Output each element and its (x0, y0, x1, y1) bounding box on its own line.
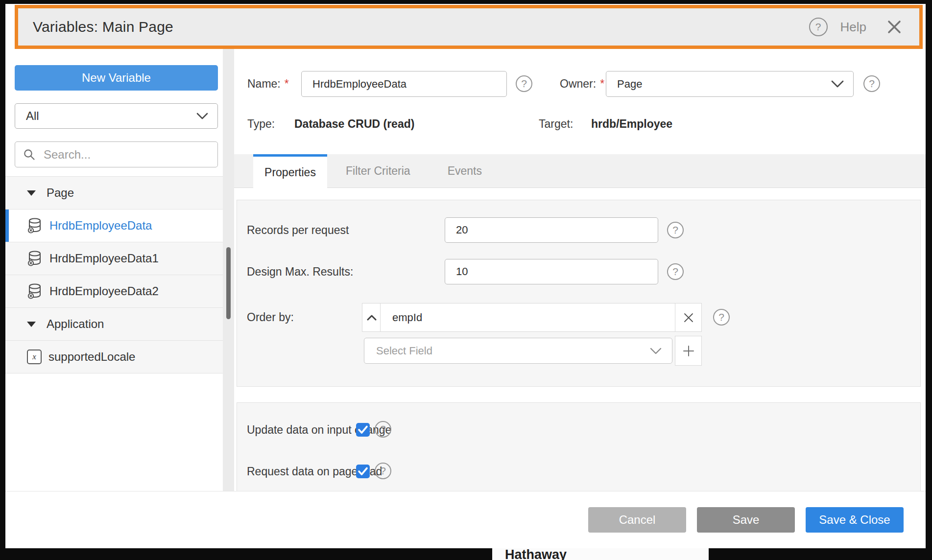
design-max-results-input[interactable] (445, 259, 658, 284)
tree-item-label: HrdbEmployeeData2 (49, 284, 159, 298)
tree-group-application[interactable]: Application (5, 308, 223, 341)
variable-filter-value: All (26, 109, 39, 123)
remove-x-icon (683, 312, 694, 323)
variables-tree: Page HrdbEmployeeData (5, 176, 223, 373)
background-page-strip: Hathaway (0, 548, 932, 560)
sort-direction-toggle[interactable] (362, 303, 381, 332)
design-help-icon[interactable]: ? (667, 263, 684, 280)
target-value: hrdb/Employee (591, 117, 672, 131)
dialog-footer: Cancel Save Save & Close (5, 491, 926, 548)
checkmark-icon (358, 425, 368, 435)
new-variable-button[interactable]: New Variable (15, 65, 218, 91)
name-label: Name:* (247, 71, 289, 97)
target-label: Target: (539, 117, 573, 131)
plus-icon (683, 345, 694, 357)
sort-ascending-icon (366, 314, 377, 321)
variables-sidebar: New Variable All Page (5, 49, 223, 495)
string-variable-icon: x (27, 350, 42, 364)
tree-item-label: supportedLocale (48, 350, 135, 364)
tree-group-page[interactable]: Page (5, 177, 223, 210)
update-on-input-change-checkbox[interactable] (356, 423, 370, 437)
chevron-down-icon (649, 347, 662, 355)
properties-panel-request: Records per request ? Design Max. Result… (237, 200, 921, 387)
records-per-request-input[interactable] (445, 217, 658, 243)
dialog-header: Variables: Main Page ? Help (15, 5, 923, 49)
records-help-icon[interactable]: ? (667, 222, 684, 238)
tree-item-hrdbemployeedata2[interactable]: HrdbEmployeeData2 (5, 275, 223, 308)
owner-help-icon[interactable]: ? (863, 75, 880, 92)
tab-bar: Properties Filter Criteria Events (234, 154, 926, 188)
tab-properties[interactable]: Properties (253, 154, 327, 188)
database-variable-icon (27, 283, 43, 300)
tree-item-supportedlocale[interactable]: x supportedLocale (5, 341, 223, 373)
update-help-icon[interactable]: ? (375, 421, 391, 438)
close-icon[interactable] (886, 19, 903, 35)
collapse-triangle-icon[interactable] (27, 322, 36, 327)
tab-spacer (234, 154, 253, 187)
remove-order-field-button[interactable] (675, 303, 702, 332)
tab-events[interactable]: Events (429, 154, 501, 187)
type-value: Database CRUD (read) (294, 117, 414, 131)
properties-panel-behavior: Update data on input change ? Request da… (237, 402, 921, 495)
variables-dialog: Variables: Main Page ? Help New Variable… (5, 4, 926, 548)
update-on-input-change-label: Update data on input change (247, 423, 391, 437)
type-label: Type: (247, 117, 275, 131)
background-partial-text: Hathaway (505, 548, 567, 560)
design-max-results-label: Design Max. Results: (247, 259, 353, 284)
add-order-field-button[interactable] (675, 336, 702, 366)
save-and-close-button[interactable]: Save & Close (806, 507, 904, 533)
cancel-button[interactable]: Cancel (588, 507, 686, 533)
help-icon[interactable]: ? (809, 18, 828, 36)
search-input[interactable] (43, 147, 212, 162)
records-per-request-label: Records per request (247, 217, 349, 243)
order-by-label: Order by: (247, 303, 294, 332)
background-content-patch: Hathaway (492, 548, 709, 560)
checkmark-icon (358, 467, 368, 476)
variable-detail-panel: Name:* ? Owner:* Page ? Type: Database C… (234, 49, 926, 495)
order-by-field-input[interactable] (380, 303, 676, 332)
database-variable-icon (27, 217, 43, 234)
owner-select-value: Page (617, 78, 642, 91)
select-field-placeholder: Select Field (376, 345, 432, 357)
select-field-dropdown[interactable]: Select Field (364, 338, 672, 364)
tree-item-hrdbemployeedata[interactable]: HrdbEmployeeData (5, 210, 223, 242)
request-help-icon[interactable]: ? (375, 463, 391, 479)
collapse-triangle-icon[interactable] (27, 190, 36, 196)
name-help-icon[interactable]: ? (516, 75, 532, 92)
tree-item-hrdbemployeedata1[interactable]: HrdbEmployeeData1 (5, 242, 223, 275)
required-asterisk: * (285, 77, 289, 90)
scrollbar-thumb[interactable] (226, 247, 231, 319)
sidebar-scroll-gutter[interactable] (223, 49, 234, 495)
selected-indicator-bar (5, 210, 9, 242)
owner-select[interactable]: Page (606, 71, 854, 97)
tab-filter-criteria[interactable]: Filter Criteria (327, 154, 429, 187)
tree-group-label: Application (47, 317, 104, 331)
request-on-page-load-checkbox[interactable] (356, 465, 370, 478)
search-box[interactable] (15, 141, 218, 167)
tree-item-label: HrdbEmployeeData (49, 219, 152, 233)
save-button[interactable]: Save (697, 507, 795, 533)
variable-filter-select[interactable]: All (15, 103, 218, 129)
chevron-down-icon (196, 112, 209, 120)
page-title: Variables: Main Page (18, 19, 173, 35)
tree-item-label: HrdbEmployeeData1 (49, 252, 159, 265)
owner-label: Owner:* (560, 71, 604, 97)
name-input[interactable] (301, 71, 507, 97)
database-variable-icon (27, 250, 43, 267)
order-by-help-icon[interactable]: ? (713, 309, 730, 326)
tree-group-label: Page (47, 186, 74, 200)
chevron-down-icon (831, 80, 844, 88)
help-icon-glyph: ? (815, 21, 821, 33)
required-asterisk: * (600, 77, 604, 90)
search-icon (23, 148, 36, 161)
help-link[interactable]: Help (840, 20, 866, 35)
